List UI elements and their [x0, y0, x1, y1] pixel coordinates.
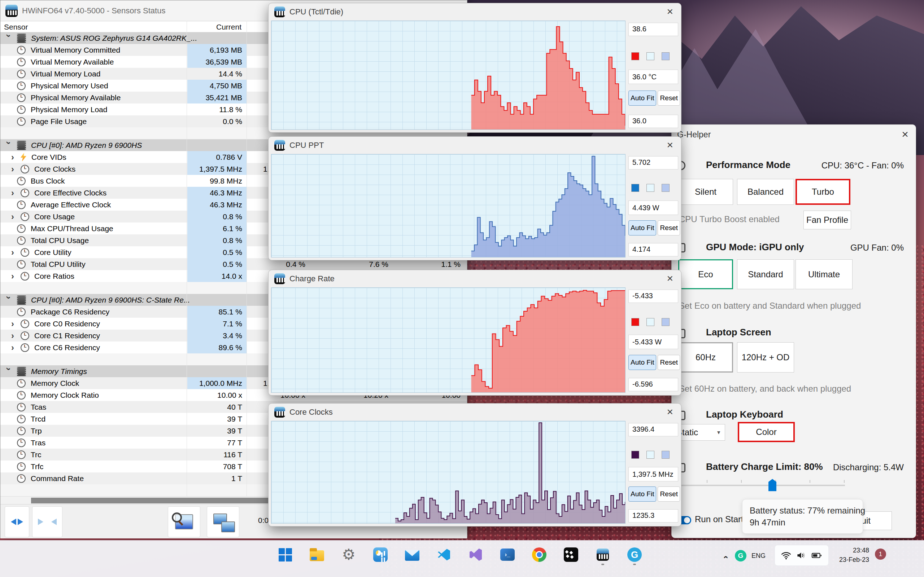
close-icon[interactable]: × — [667, 139, 673, 151]
taskbar-item-chrome[interactable] — [531, 543, 547, 566]
close-icon[interactable]: × — [667, 5, 673, 18]
screen-60hz-button[interactable]: 60Hz — [678, 342, 733, 372]
laptop-keyboard-heading: Laptop Keyboard — [706, 409, 783, 420]
reset-button[interactable]: Reset — [657, 487, 680, 501]
clock-date[interactable]: 23:48 23-Feb-23 — [833, 546, 869, 564]
battery-status-line1: Battery status: 77% remaining — [750, 504, 855, 516]
grid-color-swatch[interactable] — [662, 318, 670, 326]
series-color-swatch[interactable] — [631, 451, 639, 459]
clock-icon — [21, 165, 29, 174]
sensor-label: Core Utility — [34, 248, 71, 257]
taskbar-item-explorer[interactable] — [309, 543, 325, 566]
expand-chevron-icon[interactable]: › — [11, 249, 17, 256]
clock-icon — [21, 248, 29, 257]
graph-titlebar[interactable]: CPU PPT × — [268, 137, 681, 154]
clock-icon — [17, 177, 26, 185]
sensor-value: 0.5 % — [187, 246, 247, 258]
expand-chevron-icon[interactable]: › — [11, 344, 17, 351]
taskbar-item-powershell[interactable]: ›_ — [499, 543, 515, 566]
grid-color-swatch[interactable] — [662, 184, 670, 192]
auto-fit-button[interactable]: Auto Fit — [628, 220, 656, 235]
expand-chevron-icon[interactable]: › — [11, 320, 17, 327]
expand-chevron-icon[interactable]: › — [11, 213, 17, 220]
collapse-chevron-icon[interactable]: › — [3, 296, 14, 304]
auto-fit-button[interactable]: Auto Fit — [628, 355, 656, 370]
taskbar-item-visual-studio[interactable] — [468, 543, 484, 566]
series-color-swatch[interactable] — [631, 184, 639, 192]
grammarly-tray-icon[interactable]: G — [735, 550, 746, 561]
chrome-icon — [532, 548, 546, 562]
taskbar-item-vscode[interactable] — [436, 543, 452, 566]
reset-button[interactable]: Reset — [657, 355, 680, 370]
remote-monitoring-button[interactable] — [207, 506, 239, 537]
clock-icon — [21, 272, 29, 280]
sensor-label: Total CPU Usage — [31, 236, 89, 245]
screen-120hz-button[interactable]: 120Hz + OD — [737, 342, 794, 372]
auto-fit-button[interactable]: Auto Fit — [628, 90, 656, 106]
collapse-all-button[interactable] — [32, 506, 63, 537]
taskbar-item-system-monitor[interactable] — [373, 543, 388, 566]
clock-icon — [17, 260, 26, 269]
graph-current-value: -5.433 W — [628, 335, 678, 349]
reset-button[interactable]: Reset — [657, 220, 680, 235]
collapse-chevron-icon[interactable]: › — [3, 141, 14, 149]
fan-profile-button[interactable]: Fan Profile — [803, 211, 851, 229]
expand-chevron-icon[interactable]: › — [11, 154, 17, 161]
perf-balanced-button[interactable]: Balanced — [737, 179, 794, 205]
sensor-label: Physical Memory Used — [31, 82, 108, 90]
clock-icon — [17, 46, 26, 55]
background-color-swatch[interactable] — [646, 451, 654, 459]
auto-fit-button[interactable]: Auto Fit — [628, 487, 656, 501]
taskbar-item-ghelper[interactable]: G — [627, 543, 643, 566]
quick-settings-group[interactable] — [775, 545, 829, 566]
background-color-swatch[interactable] — [646, 184, 654, 192]
taskbar-item-start[interactable] — [277, 543, 293, 566]
sensor-label: Tras — [31, 438, 45, 447]
sensor-extra-col: 1.1 % — [408, 260, 460, 269]
taskbar-item-mail[interactable] — [404, 543, 420, 566]
battery-limit-slider-track[interactable] — [678, 485, 845, 486]
gpu-eco-button[interactable]: Eco — [678, 259, 733, 289]
clock-icon — [17, 224, 26, 233]
expand-chevron-icon[interactable]: › — [11, 166, 17, 173]
perf-silent-button[interactable]: Silent — [678, 179, 733, 205]
perf-turbo-button[interactable]: Turbo — [795, 179, 850, 205]
clock-icon — [21, 331, 29, 340]
uptime-clock: 0:0 — [258, 516, 268, 525]
graph-titlebar[interactable]: Charge Rate × — [268, 270, 681, 287]
graph-titlebar[interactable]: CPU (Tctl/Tdie) × — [268, 3, 681, 21]
series-color-swatch[interactable] — [631, 318, 639, 326]
arrow-left-icon — [8, 519, 16, 525]
tray-overflow-chevron[interactable]: ‹ — [720, 551, 733, 564]
collapse-chevron-icon[interactable]: › — [3, 367, 14, 376]
screen-capture-button[interactable] — [168, 506, 200, 537]
series-color-swatch[interactable] — [631, 52, 639, 60]
gpu-standard-button[interactable]: Standard — [737, 259, 794, 289]
column-header-current[interactable]: Current — [187, 23, 241, 31]
gpu-ultimate-button[interactable]: Ultimate — [795, 259, 853, 289]
sensor-extra-col: 0.4 % — [253, 260, 305, 269]
taskbar-item-settings[interactable]: ⚙ — [341, 543, 357, 566]
close-icon[interactable]: × — [667, 406, 673, 418]
column-header-sensor[interactable]: Sensor — [4, 23, 28, 31]
grid-color-swatch[interactable] — [662, 52, 670, 60]
background-color-swatch[interactable] — [646, 318, 654, 326]
grid-color-swatch[interactable] — [662, 451, 670, 459]
reset-button[interactable]: Reset — [657, 90, 680, 106]
gpu-fan-status: GPU Fan: 0% — [850, 243, 904, 253]
close-icon[interactable]: × — [667, 272, 673, 285]
expand-all-button[interactable] — [5, 506, 29, 537]
close-icon[interactable]: × — [901, 128, 908, 141]
taskbar-item-tidal[interactable] — [563, 543, 579, 566]
background-color-swatch[interactable] — [646, 52, 654, 60]
expand-chevron-icon[interactable]: › — [11, 189, 17, 197]
expand-chevron-icon[interactable]: › — [11, 332, 17, 339]
keyboard-color-button[interactable]: Color — [738, 422, 795, 442]
sensor-extra-col: 7.6 % — [336, 260, 388, 269]
taskbar-item-hwinfo[interactable] — [595, 543, 611, 566]
graph-titlebar[interactable]: Core Clocks × — [268, 403, 681, 421]
language-indicator[interactable]: ENG — [751, 552, 766, 560]
notification-badge[interactable]: 1 — [875, 548, 886, 560]
expand-chevron-icon[interactable]: › — [11, 272, 17, 280]
collapse-chevron-icon[interactable]: › — [3, 34, 14, 42]
